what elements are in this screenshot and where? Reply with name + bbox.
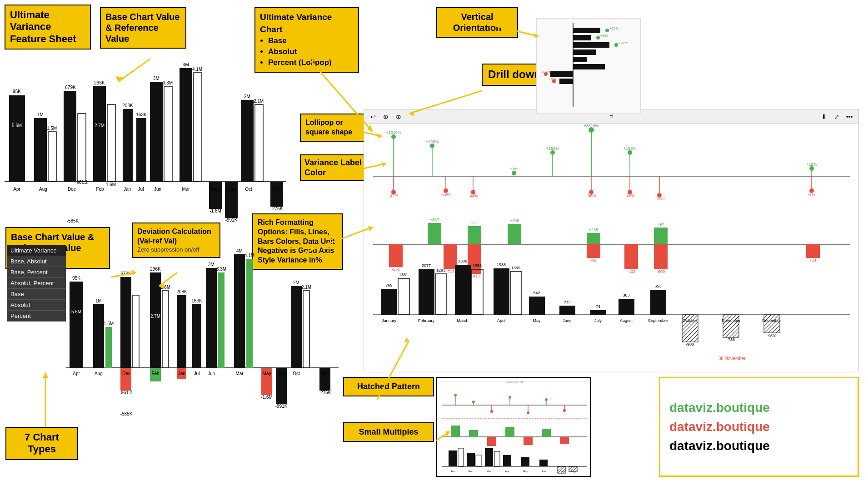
svg-text:+857: +857 xyxy=(430,218,439,222)
svg-rect-90 xyxy=(303,291,309,368)
back-icon[interactable]: ↩ xyxy=(369,112,378,121)
svg-text:-275K: -275K xyxy=(319,390,331,395)
svg-text:Aug: Aug xyxy=(39,187,47,192)
svg-point-112 xyxy=(430,144,434,148)
top-bar-chart: 95K 5.6M 1M 1.5M 679K -961.2 296K 2.7M 1… xyxy=(5,54,286,232)
svg-rect-276 xyxy=(539,460,548,466)
svg-text:4M: 4M xyxy=(183,62,189,67)
svg-rect-181 xyxy=(419,269,434,315)
svg-text:-600: -600 xyxy=(657,269,665,274)
svg-point-255 xyxy=(545,398,548,401)
svg-text:Mar: Mar xyxy=(182,187,190,192)
svg-rect-223 xyxy=(573,28,600,33)
svg-text:Jul: Jul xyxy=(194,371,200,376)
zoom-in2-icon[interactable]: ⊕ xyxy=(394,112,403,121)
svg-text:Dec: Dec xyxy=(68,187,76,192)
svg-text:163K: 163K xyxy=(191,298,202,303)
menu-item-ultimate-variance[interactable]: Ultimate Variance xyxy=(7,245,66,256)
svg-rect-191 xyxy=(510,272,522,315)
svg-point-124 xyxy=(550,150,555,155)
svg-rect-33 xyxy=(241,100,254,182)
panel-chart-content: +1319% +196% -35% -44% +1% +158% xyxy=(364,124,858,372)
svg-text:296K: 296K xyxy=(94,80,105,85)
svg-point-142 xyxy=(809,166,814,171)
svg-text:October: October xyxy=(683,318,697,323)
menu-item-absolut-percent[interactable]: Absolut, Percent xyxy=(7,278,66,289)
menu-item-base-absolut[interactable]: Base, Absolut xyxy=(7,256,66,267)
svg-text:+15%: +15% xyxy=(609,26,619,30)
svg-point-249 xyxy=(490,410,493,413)
menu-item-percent[interactable]: Percent xyxy=(7,311,66,322)
svg-rect-6 xyxy=(48,132,56,182)
svg-text:-988: -988 xyxy=(686,342,694,346)
svg-text:Apr: Apr xyxy=(13,187,20,192)
svg-rect-88 xyxy=(291,286,302,368)
menu-item-base-percent[interactable]: Base, Percent xyxy=(7,267,66,278)
svg-text:Nov: Nov xyxy=(277,371,285,376)
svg-rect-19 xyxy=(136,118,146,182)
dataviz-line-black: dataviz.boutique xyxy=(669,436,848,455)
svg-text:95K: 95K xyxy=(72,276,80,281)
more-icon[interactable]: ••• xyxy=(845,112,854,121)
svg-text:5.6M: 5.6M xyxy=(12,123,22,128)
svg-text:679K: 679K xyxy=(120,271,131,276)
download-icon[interactable]: ⬇ xyxy=(819,112,828,121)
expand-icon[interactable]: ⤢ xyxy=(832,112,841,121)
svg-text:383: 383 xyxy=(623,293,629,297)
svg-text:1938: 1938 xyxy=(497,262,506,267)
svg-text:1958: 1958 xyxy=(473,263,482,268)
svg-text:+21: +21 xyxy=(471,221,478,225)
svg-text:-42%: -42% xyxy=(625,193,634,198)
svg-text:August: August xyxy=(620,318,633,323)
svg-text:1399: 1399 xyxy=(511,266,520,270)
svg-text:769: 769 xyxy=(385,283,392,287)
callout-variance-label-color: Variance Label Color xyxy=(300,154,368,181)
svg-rect-173 xyxy=(806,244,820,258)
svg-text:Jul: Jul xyxy=(138,187,144,192)
svg-rect-269 xyxy=(458,448,464,466)
chart-type-dropdown[interactable]: Ultimate Variance Base, Absolut Base, Pe… xyxy=(7,245,66,322)
svg-point-233 xyxy=(614,43,618,47)
svg-rect-261 xyxy=(469,430,478,437)
zoom-in-icon[interactable]: ⊕ xyxy=(381,112,390,121)
svg-text:679K: 679K xyxy=(65,85,76,90)
svg-text:-42%: -42% xyxy=(389,193,398,198)
svg-text:-551: -551 xyxy=(392,267,400,272)
svg-text:Dec: Dec xyxy=(122,371,130,376)
svg-text:July: July xyxy=(594,318,602,323)
svg-text:Feb: Feb xyxy=(96,187,104,192)
svg-text:296K: 296K xyxy=(150,267,161,272)
svg-point-109 xyxy=(391,134,396,139)
small-multiples-chart: variance % xyxy=(436,377,591,477)
vertical-chart-mini: +15% +8% +22% -12% -8% xyxy=(536,18,641,114)
svg-rect-199 xyxy=(619,299,634,315)
svg-text:2.1M: 2.1M xyxy=(254,99,264,104)
svg-text:-402: -402 xyxy=(627,269,635,274)
svg-rect-177 xyxy=(381,289,397,315)
svg-text:208K: 208K xyxy=(122,103,133,108)
svg-point-251 xyxy=(509,396,511,399)
callout-lollipop-shape: Lollipop or square shape xyxy=(300,114,373,142)
svg-text:+1319%: +1319% xyxy=(386,130,401,135)
svg-text:Feb: Feb xyxy=(469,470,474,473)
callout-hatched-pattern: Hatched Pattern xyxy=(343,377,434,396)
svg-rect-74 xyxy=(192,304,201,368)
svg-text:2M: 2M xyxy=(244,94,250,99)
svg-marker-311 xyxy=(43,372,48,378)
svg-text:+12%: +12% xyxy=(806,162,817,167)
svg-text:-275K: -275K xyxy=(271,206,283,211)
svg-text:Jun: Jun xyxy=(208,371,215,376)
bottom-bar-chart-svg: 95K 5.6M 1M 1.5M 679K -961.2 296K 2.7M 1… xyxy=(66,245,339,440)
svg-text:212: 212 xyxy=(564,300,570,304)
svg-text:Jan: Jan xyxy=(450,470,455,473)
svg-text:+158%: +158% xyxy=(624,146,636,151)
svg-text:Jan: Jan xyxy=(124,187,131,192)
svg-text:1M: 1M xyxy=(37,112,44,117)
svg-text:September: September xyxy=(648,318,668,323)
svg-text:Oct: Oct xyxy=(293,371,300,376)
svg-rect-179 xyxy=(398,278,409,315)
menu-item-base[interactable]: Base xyxy=(7,289,66,300)
svg-rect-25 xyxy=(180,68,192,182)
svg-text:3M: 3M xyxy=(208,262,215,267)
menu-item-absolut[interactable]: Absolut xyxy=(7,300,66,311)
